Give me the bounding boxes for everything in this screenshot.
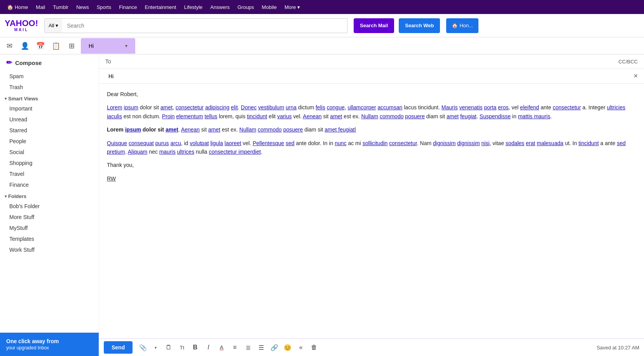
- home-icon-button[interactable]: 🏠 Hon...: [446, 18, 478, 33]
- search-bar-area: YAHOO! MAIL All ▾ Search Mail Search Web…: [0, 14, 644, 37]
- toolbar-mail-icon[interactable]: ✉: [2, 38, 17, 54]
- italic-button[interactable]: I: [202, 342, 214, 353]
- main-layout: ✏ Compose Spam Trash ▾ Smart Views Impor…: [0, 54, 644, 356]
- sidebar-more-stuff-label: More Stuff: [9, 214, 34, 220]
- sidebar-item-people[interactable]: People: [0, 136, 99, 147]
- compose-tab[interactable]: Hi ▾: [81, 38, 135, 54]
- sidebar-mystuff-label: MyStuff: [9, 225, 28, 231]
- folders-section[interactable]: ▾ Folders: [0, 190, 99, 201]
- sidebar-item-work-stuff[interactable]: Work Stuff: [0, 244, 99, 255]
- sidebar-important-label: Important: [9, 105, 32, 112]
- nav-finance[interactable]: Finance: [115, 0, 141, 14]
- nav-lifestyle[interactable]: Lifestyle: [180, 0, 206, 14]
- body-closing: Thank you,: [107, 161, 636, 169]
- search-input[interactable]: [62, 18, 347, 33]
- send-button[interactable]: Send: [104, 341, 133, 354]
- search-filter-label: All: [49, 23, 54, 28]
- upgrade-banner[interactable]: One click away from your upgraded Inbox: [0, 333, 99, 356]
- toolbar-notes-icon[interactable]: 📋: [48, 38, 64, 54]
- sidebar-bobs-folder-label: Bob's Folder: [9, 203, 40, 209]
- nav-news[interactable]: News: [72, 0, 93, 14]
- more-options-button[interactable]: «: [295, 342, 307, 353]
- sidebar-item-trash[interactable]: Trash: [0, 82, 99, 93]
- text-color-button[interactable]: A: [216, 342, 227, 353]
- to-field: To CC/BCC: [99, 54, 644, 69]
- search-mail-button[interactable]: Search Mail: [354, 18, 394, 33]
- sidebar-item-mystuff[interactable]: MyStuff: [0, 223, 99, 233]
- search-form: All ▾: [44, 18, 347, 33]
- toolbar-contacts-icon[interactable]: 👤: [17, 38, 33, 54]
- sidebar-people-label: People: [9, 138, 26, 144]
- toolbar-tabs: ✉ 👤 📅 📋 ⊞ Hi ▾: [0, 37, 644, 54]
- to-input[interactable]: [117, 58, 618, 65]
- compose-tab-label: Hi: [89, 43, 94, 49]
- ordered-list-button[interactable]: ≣: [242, 342, 254, 353]
- toolbar-apps-icon[interactable]: ⊞: [64, 38, 79, 54]
- nav-home[interactable]: 🏠 🏠 HomeHome: [3, 0, 32, 14]
- nav-mail[interactable]: Mail: [32, 0, 49, 14]
- sidebar-shopping-label: Shopping: [9, 160, 32, 166]
- cc-bcc-link[interactable]: CC/BCC: [618, 59, 638, 65]
- sidebar-item-starred[interactable]: Starred: [0, 125, 99, 136]
- attach-button[interactable]: 📎: [137, 342, 149, 353]
- nav-groups[interactable]: Groups: [234, 0, 258, 14]
- smart-views-label: Smart Views: [8, 96, 38, 102]
- toolbar-calendar-icon[interactable]: 📅: [33, 38, 48, 54]
- attach-dropdown-button[interactable]: ▾: [150, 342, 161, 353]
- nav-mobile[interactable]: Mobile: [258, 0, 281, 14]
- sidebar-item-shopping[interactable]: Shopping: [0, 158, 99, 168]
- sidebar-item-important[interactable]: Important: [0, 103, 99, 114]
- sidebar-templates-label: Templates: [9, 236, 34, 242]
- sidebar-item-bobs-folder[interactable]: Bob's Folder: [0, 201, 99, 212]
- nav-more[interactable]: More ▾: [281, 0, 304, 14]
- search-filter-arrow: ▾: [56, 23, 58, 28]
- smart-views-chevron-icon: ▾: [5, 96, 7, 101]
- compose-label: Compose: [15, 60, 42, 66]
- sidebar-item-templates[interactable]: Templates: [0, 233, 99, 244]
- sidebar-item-spam[interactable]: Spam: [0, 71, 99, 82]
- compose-body[interactable]: Dear Robert, Lorem ipsum dolor sit amet,…: [99, 84, 644, 338]
- saved-text: Saved at 10:27 AM: [597, 345, 639, 351]
- sidebar-travel-label: Travel: [9, 171, 24, 177]
- compose-pencil-icon: ✏: [6, 58, 12, 67]
- body-signature: RW: [107, 174, 636, 183]
- sidebar-item-social[interactable]: Social: [0, 147, 99, 158]
- smart-views-section[interactable]: ▾ Smart Views: [0, 93, 99, 103]
- subject-field: ×: [99, 69, 644, 84]
- bullet-list-button[interactable]: ≡: [229, 342, 241, 353]
- logo-text: YAHOO!: [5, 19, 38, 28]
- emoji-button[interactable]: 😊: [282, 342, 293, 353]
- search-web-button[interactable]: Search Web: [399, 18, 440, 33]
- top-navigation: 🏠 🏠 HomeHome Mail Tumblr News Sports Fin…: [0, 0, 644, 14]
- body-greeting: Dear Robert,: [107, 90, 636, 98]
- nav-answers[interactable]: Answers: [206, 0, 234, 14]
- logo-sub: MAIL: [14, 28, 28, 32]
- font-size-button[interactable]: Tt: [176, 342, 188, 353]
- insert-template-button[interactable]: 🗒: [163, 342, 175, 353]
- sidebar-item-travel[interactable]: Travel: [0, 168, 99, 179]
- upgrade-sub: your upgraded Inbox: [6, 345, 92, 351]
- yahoo-logo: YAHOO! MAIL: [5, 19, 38, 32]
- sidebar-item-unread[interactable]: Unread: [0, 114, 99, 125]
- nav-entertainment[interactable]: Entertainment: [141, 0, 180, 14]
- sidebar-item-finance[interactable]: Finance: [0, 179, 99, 190]
- compose-close-button[interactable]: ×: [634, 72, 638, 80]
- compose-toolbar: Send 📎 ▾ 🗒 Tt B I A ≡ ≣ ☰ 🔗 😊 « 🗑 Saved …: [99, 338, 644, 356]
- sidebar-starred-label: Starred: [9, 127, 27, 133]
- subject-input[interactable]: [105, 72, 634, 80]
- sidebar-finance-label: Finance: [9, 182, 29, 188]
- link-button[interactable]: 🔗: [269, 342, 280, 353]
- delete-button[interactable]: 🗑: [308, 342, 320, 353]
- compose-button[interactable]: ✏ Compose: [0, 54, 99, 71]
- nav-tumblr[interactable]: Tumblr: [49, 0, 72, 14]
- sidebar: ✏ Compose Spam Trash ▾ Smart Views Impor…: [0, 54, 99, 356]
- to-label: To: [105, 58, 117, 65]
- search-filter-button[interactable]: All ▾: [44, 18, 62, 33]
- nav-sports[interactable]: Sports: [93, 0, 115, 14]
- align-button[interactable]: ☰: [255, 342, 267, 353]
- attach-button-wrap: 📎 ▾: [137, 342, 161, 353]
- bold-button[interactable]: B: [189, 342, 201, 353]
- sidebar-item-more-stuff[interactable]: More Stuff: [0, 212, 99, 223]
- compose-tab-arrow-icon: ▾: [125, 43, 127, 49]
- folders-chevron-icon: ▾: [5, 194, 7, 198]
